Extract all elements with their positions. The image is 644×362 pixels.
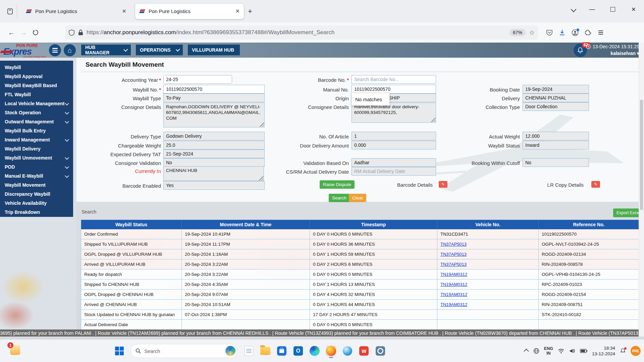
sidebar-item[interactable]: Manual E-Waybill <box>0 171 73 180</box>
edge-icon[interactable] <box>309 346 320 356</box>
new-tab-button[interactable]: + <box>248 7 252 16</box>
tab-close-icon[interactable]: ✕ <box>122 8 126 14</box>
taskbar-search[interactable]: Search <box>130 344 238 358</box>
account-icon[interactable] <box>572 29 579 36</box>
forward-button[interactable]: → <box>17 26 30 39</box>
waybill-no-input[interactable] <box>163 85 265 94</box>
back-button[interactable]: ← <box>5 26 17 39</box>
consignor-details-textarea[interactable]: Rajmohan,GODOWN DELIVERY @ NEYVELI-60780… <box>163 103 265 127</box>
tab-overview-icon[interactable] <box>3 5 17 18</box>
sidebar-item[interactable]: Outward Management <box>0 117 73 126</box>
sidebar-item[interactable]: Vehicle Availability <box>0 198 73 207</box>
sidebar-item[interactable]: POD <box>0 162 73 171</box>
expected-delivery-tat-input[interactable] <box>163 149 265 158</box>
sidebar-item[interactable]: Trip Breakdown <box>0 207 73 217</box>
no-of-article-input[interactable] <box>352 132 436 140</box>
sidebar-item[interactable]: Local Vehicle Management <box>0 99 73 108</box>
url-bar[interactable]: https://anchor.ponpurelogistics.com/inde… <box>65 25 538 40</box>
extensions-icon[interactable] <box>585 29 591 36</box>
barcode-details-edit-icon[interactable]: ✎ <box>439 181 447 188</box>
door-delivery-amount-input[interactable] <box>352 141 436 149</box>
wifi-icon[interactable] <box>558 348 565 354</box>
desktops-icon[interactable] <box>244 346 254 356</box>
role-dropdown[interactable]: HUB MANAGER <box>81 45 131 55</box>
consignor-validation-input[interactable] <box>163 158 265 167</box>
notification-bell-button[interactable]: 62 <box>574 44 587 57</box>
tray-bell-icon[interactable] <box>620 348 626 354</box>
firefox-icon-active[interactable] <box>326 346 336 356</box>
sidebar-item[interactable]: FTL Waybill <box>0 90 73 99</box>
maximize-button[interactable] <box>602 0 623 19</box>
delivery-type-input[interactable] <box>163 132 265 140</box>
vehicle-link[interactable]: TN37AP5013 <box>440 242 467 247</box>
page-scrollbar[interactable] <box>639 43 644 337</box>
start-button[interactable] <box>114 346 125 356</box>
language-indicator[interactable]: ENGIN <box>544 346 553 356</box>
sidebar-item[interactable]: Discrepancy Waybill <box>0 189 73 198</box>
menu-icon[interactable] <box>597 29 604 36</box>
network-globe-icon[interactable] <box>533 348 539 354</box>
vehicle-link[interactable]: TN19AM0312 <box>440 272 467 277</box>
volume-icon[interactable] <box>569 348 575 354</box>
sidebar-item[interactable]: Inward Management <box>0 135 73 144</box>
pre-badge[interactable]: PRE <box>631 346 641 356</box>
browser-tab-2[interactable]: Pon Pure Logistics ✕ <box>135 4 244 19</box>
tray-chevron-up-icon[interactable] <box>525 348 529 354</box>
cs-rm-actual-delivery-date-input[interactable] <box>352 167 436 176</box>
hub-dropdown[interactable]: VILLUPURAM HUB <box>188 45 240 55</box>
vehicle-link[interactable]: TN19AM0312 <box>440 302 467 307</box>
pocket-icon[interactable] <box>546 29 553 36</box>
scrollbar-thumb[interactable] <box>640 100 643 210</box>
booking-date-input[interactable] <box>523 85 589 94</box>
validation-based-on-input[interactable] <box>352 158 436 167</box>
sidebar-item[interactable]: Waybill <box>0 63 73 72</box>
accounting-year-input[interactable] <box>163 75 232 84</box>
home-button[interactable]: ⌂ <box>64 44 76 56</box>
vehicle-link[interactable]: TN19AM0312 <box>440 282 467 287</box>
waybill-status-input[interactable] <box>523 141 589 149</box>
zoom-level-badge[interactable]: 67% <box>509 29 526 36</box>
vehicle-link[interactable]: TN37AP5013 <box>440 262 467 267</box>
sidebar-item[interactable]: Waybill Bulk Entry <box>0 126 73 135</box>
waybill-type-input[interactable] <box>163 94 265 102</box>
widgets-button[interactable]: 1 <box>10 345 20 355</box>
downloads-icon[interactable] <box>559 29 566 36</box>
taskbar-clock[interactable]: 18:3413-12-2024 <box>592 345 615 357</box>
lr-copy-details-edit-icon[interactable]: ✎ <box>591 181 600 188</box>
microsoft-store-icon[interactable] <box>276 346 287 356</box>
sidebar-item[interactable]: Waybill Unmovement <box>0 153 73 162</box>
actual-weight-input[interactable] <box>523 132 589 140</box>
bookmark-star-icon[interactable]: ☆ <box>529 29 535 37</box>
tool-icon[interactable] <box>375 346 386 356</box>
barcode-enabled-input[interactable] <box>163 181 265 190</box>
collection-type-input[interactable] <box>523 102 589 111</box>
tracking-shield-icon[interactable] <box>68 29 75 36</box>
browser-icon[interactable] <box>342 346 353 356</box>
vehicle-link[interactable]: TN31CD3471 <box>440 232 468 237</box>
barcode-no-input[interactable] <box>352 75 436 84</box>
tab-close-icon[interactable]: ✕ <box>235 8 240 14</box>
vehicle-link[interactable]: TN19AM0312 <box>440 292 467 297</box>
close-button[interactable]: × <box>623 0 644 19</box>
reload-button[interactable] <box>30 26 42 39</box>
file-explorer-icon[interactable] <box>260 346 271 356</box>
currently-in-textarea[interactable]: CHENNAI HUB <box>163 166 264 181</box>
tab-list-chevron-icon[interactable] <box>566 0 582 19</box>
outlook-icon[interactable]: O <box>293 346 304 356</box>
sidebar-item[interactable]: Waybill EwayBill Based <box>0 81 73 90</box>
sidebar-item[interactable]: Waybill Delivery <box>0 144 73 153</box>
clear-button[interactable]: Clear <box>349 194 366 202</box>
wps-office-icon[interactable]: W <box>359 346 369 356</box>
chargeable-weight-input[interactable] <box>163 141 265 149</box>
sidebar-item[interactable]: Stock Operation <box>0 108 73 117</box>
delivery-input[interactable] <box>523 94 589 102</box>
battery-icon[interactable] <box>580 349 587 353</box>
menu-toggle-button[interactable] <box>49 44 61 56</box>
booking-within-cutoff-input[interactable] <box>523 158 589 167</box>
lock-icon[interactable] <box>78 29 83 36</box>
search-button[interactable]: Search <box>329 194 350 202</box>
minimize-button[interactable]: — <box>582 0 602 19</box>
sidebar-item[interactable]: Waybill Approval <box>0 72 73 81</box>
username-menu[interactable]: kalaiselvan ▾ <box>586 51 639 56</box>
consignee-details-textarea[interactable]: manivel,thiruvallur door delivery-600099… <box>352 103 436 123</box>
